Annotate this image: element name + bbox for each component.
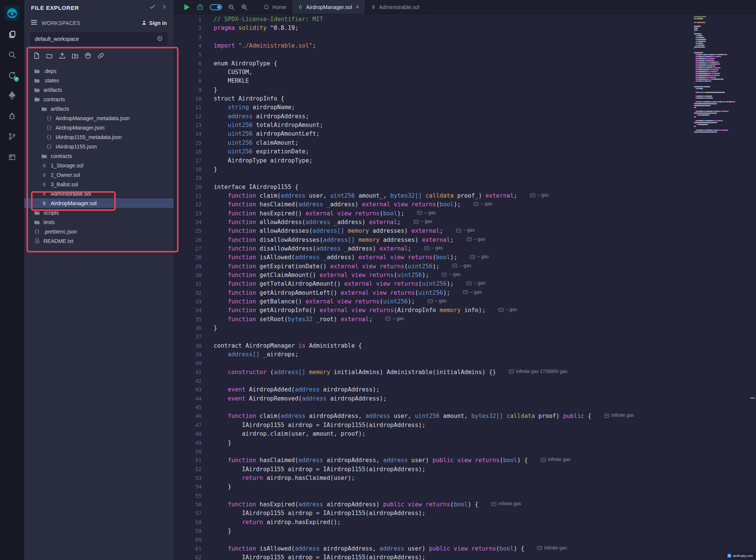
line-number[interactable]: 7 [174, 68, 202, 77]
code-line[interactable]: 26 function disallowAddresses(address[] … [174, 236, 756, 244]
line-number[interactable]: 51 [174, 456, 202, 465]
code-line[interactable]: 18} [174, 165, 756, 174]
line-number[interactable]: 14 [174, 130, 202, 138]
code-line[interactable]: 31 function getTotalAirdropAmount() exte… [174, 280, 756, 288]
tab-home[interactable]: Home [258, 0, 292, 14]
ai-assistant-icon[interactable] [196, 4, 204, 11]
line-number[interactable]: 4 [174, 42, 202, 50]
file-tree-item-1_storage.sol[interactable]: 1_Storage.sol [24, 161, 174, 170]
line-number[interactable]: 3 [174, 33, 202, 42]
line-number[interactable]: 36 [174, 324, 202, 333]
code-line[interactable]: 45 [174, 403, 756, 412]
chevron-right-icon[interactable] [161, 4, 167, 11]
line-number[interactable]: 40 [174, 359, 202, 368]
code-line[interactable]: 52 IAirdrop1155 airdrop = IAirdrop1155(a… [174, 465, 756, 474]
file-tree-item-contracts[interactable]: contracts [24, 151, 174, 161]
upload-folder-button[interactable] [71, 52, 79, 59]
line-number[interactable]: 18 [174, 165, 202, 174]
line-number[interactable]: 21 [174, 192, 202, 200]
code-line[interactable]: 16 uint256 expirationDate; [174, 147, 756, 156]
code-editor[interactable]: 1// SPDX-License-Identifier: MIT2pragma … [174, 14, 756, 560]
line-number[interactable]: 32 [174, 289, 202, 297]
code-line[interactable]: 6enum AirdropType { [174, 59, 756, 68]
code-line[interactable]: 9} [174, 86, 756, 94]
tab-administrable[interactable]: Administrable.sol [365, 0, 425, 14]
file-tree-item-iairdrop1155_metadata.json[interactable]: {}IAirdrop1155_metadata.json [24, 132, 174, 142]
line-number[interactable]: 54 [174, 483, 202, 491]
line-number[interactable]: 39 [174, 350, 202, 359]
line-number[interactable]: 13 [174, 121, 202, 130]
deploy-run-icon[interactable] [0, 85, 24, 106]
code-line[interactable]: 40 [174, 359, 756, 368]
code-line[interactable]: 48 airdrop.claim(user, amount, proof); [174, 430, 756, 438]
minimap[interactable] [693, 16, 750, 133]
code-line[interactable]: 7 CUSTOM, [174, 68, 756, 77]
line-number[interactable]: 46 [174, 412, 202, 421]
line-number[interactable]: 30 [174, 271, 202, 280]
code-line[interactable]: 60 [174, 535, 756, 544]
tab-airdropmanager[interactable]: AirdropManager.sol × [292, 0, 365, 14]
gear-icon[interactable] [157, 35, 163, 43]
file-tree-item-airdropmanager.sol[interactable]: AirdropManager.sol [24, 198, 174, 208]
git-icon[interactable] [0, 126, 24, 147]
file-tree-item-readme.txt[interactable]: README.txt [24, 236, 174, 246]
line-number[interactable]: 17 [174, 156, 202, 165]
line-number[interactable]: 35 [174, 315, 202, 324]
code-line[interactable]: 22 function hasClaimed(address _address)… [174, 200, 756, 209]
code-line[interactable]: 8 MERKLE [174, 77, 756, 85]
code-line[interactable]: 50 [174, 447, 756, 456]
code-line[interactable]: 14 uint256 airdropAmountLeft; [174, 130, 756, 138]
file-tree-item-administrable.sol[interactable]: Administrable.sol [24, 189, 174, 198]
upload-file-button[interactable] [58, 52, 66, 59]
create-file-button[interactable] [33, 52, 40, 59]
code-line[interactable]: 17 AirdropType airdropType; [174, 156, 756, 165]
line-number[interactable]: 29 [174, 262, 202, 271]
code-line[interactable]: 43 event AirdropAdded(address airdropAdd… [174, 385, 756, 394]
line-number[interactable]: 8 [174, 77, 202, 85]
line-number[interactable]: 42 [174, 377, 202, 385]
code-line[interactable]: 20interface IAirdrop1155 { [174, 183, 756, 192]
hamburger-menu-icon[interactable] [31, 20, 37, 26]
line-number[interactable]: 53 [174, 474, 202, 483]
file-tree-item-.deps[interactable]: .deps [24, 66, 174, 76]
file-tree-item-scripts[interactable]: scripts [24, 208, 174, 217]
code-line[interactable]: 35 function setRoot(bytes32 _root) exter… [174, 315, 756, 324]
line-number[interactable]: 61 [174, 545, 202, 553]
line-number[interactable]: 26 [174, 236, 202, 244]
code-line[interactable]: 33 function getBalance() external view r… [174, 297, 756, 306]
code-line[interactable]: 2pragma solidity ^0.8.19; [174, 24, 756, 32]
line-number[interactable]: 23 [174, 209, 202, 218]
line-number[interactable]: 6 [174, 59, 202, 68]
code-line[interactable]: 11 string airdropName; [174, 103, 756, 112]
line-number[interactable]: 1 [174, 15, 202, 24]
line-number[interactable]: 52 [174, 465, 202, 474]
code-line[interactable]: 19 [174, 174, 756, 183]
line-number[interactable]: 45 [174, 403, 202, 412]
line-number[interactable]: 62 [174, 553, 202, 560]
line-number[interactable]: 19 [174, 174, 202, 183]
code-line[interactable]: 47 IAirdrop1155 airdrop = IAirdrop1155(a… [174, 421, 756, 430]
ipfs-cube-button[interactable] [84, 52, 92, 59]
file-tree-item-artifacts[interactable]: artifacts [24, 104, 174, 113]
code-line[interactable]: 1// SPDX-License-Identifier: MIT [174, 15, 756, 24]
plugins-icon[interactable] [0, 147, 24, 167]
line-number[interactable]: 37 [174, 333, 202, 341]
line-number[interactable]: 15 [174, 139, 202, 147]
line-number[interactable]: 47 [174, 421, 202, 430]
line-number[interactable]: 34 [174, 306, 202, 315]
file-tree-item-.prettierrc.json[interactable]: {}.prettierrc.json [24, 227, 174, 236]
code-line[interactable]: 57 IAirdrop1155 airdrop = IAirdrop1155(a… [174, 509, 756, 518]
code-line[interactable]: 32 function getAirdropAmountLeft() exter… [174, 289, 756, 297]
code-line[interactable]: 61 function isAllowed(address airdropAdd… [174, 545, 756, 553]
debugger-icon[interactable] [0, 106, 24, 126]
workspace-selector[interactable]: default_workspace [30, 32, 168, 46]
line-number[interactable]: 56 [174, 500, 202, 509]
code-line[interactable]: 27 function disallowAddress(address _add… [174, 244, 756, 253]
ai-toggle[interactable] [210, 4, 222, 10]
line-number[interactable]: 59 [174, 527, 202, 535]
code-line[interactable]: 49 } [174, 439, 756, 447]
file-tree-item-contracts[interactable]: contracts [24, 94, 174, 104]
code-line[interactable]: 30 function getClaimAmount() external vi… [174, 271, 756, 280]
search-icon[interactable] [0, 45, 24, 65]
code-line[interactable]: 3 [174, 33, 756, 42]
